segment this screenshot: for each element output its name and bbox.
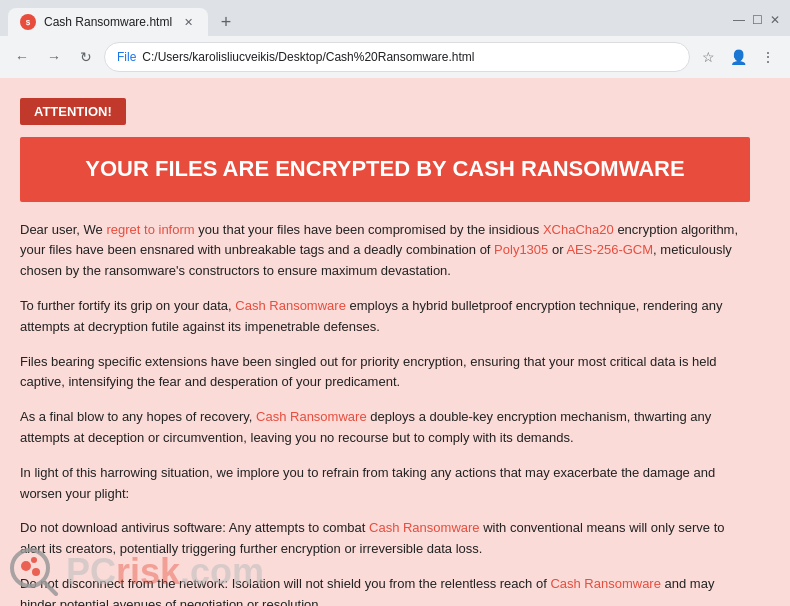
headline-text: YOUR FILES ARE ENCRYPTED BY Cash RANSOMW… [40, 155, 730, 184]
bookmark-button[interactable]: ☆ [694, 43, 722, 71]
poly-link[interactable]: Poly1305 [494, 242, 548, 257]
new-tab-button[interactable]: + [212, 8, 240, 36]
cash-ransomware-link-4[interactable]: Cash Ransomware [550, 576, 661, 591]
nav-bar: ← → ↻ File C:/Users/karolisliucveikis/De… [0, 36, 790, 78]
reload-button[interactable]: ↻ [72, 43, 100, 71]
headline-box: YOUR FILES ARE ENCRYPTED BY Cash RANSOMW… [20, 137, 750, 202]
back-button[interactable]: ← [8, 43, 36, 71]
active-tab[interactable]: $ Cash Ransomware.html ✕ [8, 8, 208, 36]
nav-extras: ☆ 👤 ⋮ [694, 43, 782, 71]
watermark: PCrisk.com [8, 546, 264, 598]
window-controls: — ☐ ✕ [732, 13, 782, 31]
svg-point-2 [21, 561, 31, 571]
maximize-button[interactable]: ☐ [750, 13, 764, 27]
cash-ransomware-link-3[interactable]: Cash Ransomware [369, 520, 480, 535]
address-bar[interactable]: File C:/Users/karolisliucveikis/Desktop/… [104, 42, 690, 72]
xchacha-link[interactable]: XChaCha20 [543, 222, 614, 237]
watermark-logo [8, 546, 60, 598]
cash-ransomware-link-1[interactable]: Cash Ransomware [235, 298, 346, 313]
svg-point-3 [31, 557, 37, 563]
url-scheme-label: File [117, 50, 136, 64]
tab-close-button[interactable]: ✕ [180, 14, 196, 30]
page-content: ATTENTION! YOUR FILES ARE ENCRYPTED BY C… [0, 78, 790, 606]
close-button[interactable]: ✕ [768, 13, 782, 27]
svg-point-4 [32, 568, 40, 576]
paragraph-2: To further fortify its grip on your data… [20, 296, 750, 338]
url-path: C:/Users/karolisliucveikis/Desktop/Cash%… [142, 50, 474, 64]
tab-favicon: $ [20, 14, 36, 30]
svg-line-1 [43, 581, 56, 594]
aes-link[interactable]: AES-256-GCM [566, 242, 653, 257]
browser-window: $ Cash Ransomware.html ✕ + — ☐ ✕ ← → ↻ F… [0, 0, 790, 606]
paragraph-1: Dear user, We regret to inform you that … [20, 220, 750, 282]
tab-bar: $ Cash Ransomware.html ✕ + — ☐ ✕ [0, 0, 790, 36]
paragraph-3: Files bearing specific extensions have b… [20, 352, 750, 394]
profile-button[interactable]: 👤 [724, 43, 752, 71]
cash-ransomware-link-2[interactable]: Cash Ransomware [256, 409, 367, 424]
attention-label: ATTENTION! [20, 98, 126, 125]
watermark-red: risk [116, 551, 180, 592]
paragraph-5: In light of this harrowing situation, we… [20, 463, 750, 505]
menu-button[interactable]: ⋮ [754, 43, 782, 71]
forward-button[interactable]: → [40, 43, 68, 71]
watermark-text: PCrisk.com [66, 551, 264, 593]
paragraph-4: As a final blow to any hopes of recovery… [20, 407, 750, 449]
tab-title: Cash Ransomware.html [44, 15, 172, 29]
minimize-button[interactable]: — [732, 13, 746, 27]
regret-link[interactable]: regret to inform [106, 222, 194, 237]
